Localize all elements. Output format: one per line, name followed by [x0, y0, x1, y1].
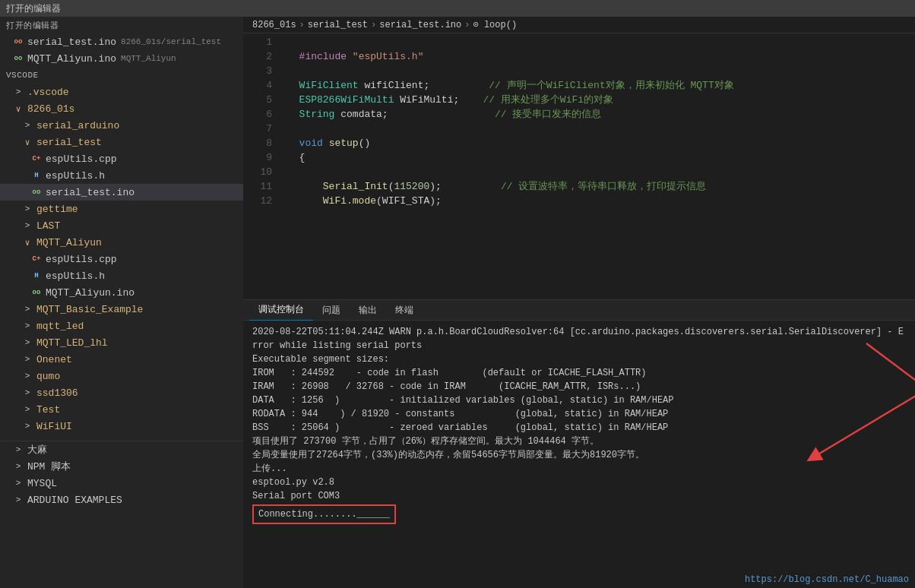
- file-icon: oo: [30, 289, 43, 296]
- chevron-right-icon: >: [21, 338, 33, 347]
- code-line: Serial_Init(115200); // 设置波特率，等待串口释放，打印提…: [287, 179, 915, 194]
- sidebar-bottom-item[interactable]: >大麻: [0, 441, 243, 458]
- sidebar-item[interactable]: >WiFiUI: [0, 418, 243, 435]
- code-line: WiFi.mode(WIFI_STA);: [287, 194, 915, 208]
- sidebar-item-label: serial_arduino: [36, 120, 119, 131]
- chevron-right-icon: >: [12, 479, 24, 488]
- sidebar-item[interactable]: >MQTT_LED_lhl: [0, 334, 243, 351]
- terminal-panel: 调试控制台 问题 输出 终端 2020-08-22T05:11:04.244Z …: [243, 299, 915, 588]
- sidebar-bottom-item[interactable]: >MYSQL: [0, 475, 243, 492]
- sidebar-item[interactable]: >MQTT_Basic_Example: [0, 301, 243, 318]
- sidebar-item[interactable]: C+espUtils.cpp: [0, 150, 243, 167]
- line-number: 10: [243, 165, 272, 179]
- chevron-right-icon: >: [12, 445, 24, 454]
- chevron-right-icon: >: [12, 87, 24, 96]
- chevron-right-icon: >: [21, 422, 33, 431]
- tab-terminal[interactable]: 终端: [386, 300, 423, 321]
- sidebar-item-label: WiFiUI: [36, 421, 72, 432]
- chevron-down-icon: ∨: [12, 104, 24, 114]
- line-number: 11: [243, 179, 272, 194]
- breadcrumb-part: serial_test: [308, 20, 368, 30]
- sidebar-item-label: MQTT_Aliyun.ino: [27, 53, 116, 65]
- chevron-right-icon: >: [21, 388, 33, 397]
- sidebar-item-label: espUtils.cpp: [46, 254, 117, 265]
- terminal-line: esptool.py v2.8: [252, 476, 906, 489]
- sidebar-item[interactable]: >Test: [0, 401, 243, 418]
- chevron-down-icon: ∨: [21, 138, 33, 147]
- terminal-line: RODATA : 944 ) / 81920 - constants (glob…: [252, 407, 906, 421]
- line-number: 8: [243, 136, 272, 150]
- chevron-right-icon: >: [21, 355, 33, 364]
- sidebar-item[interactable]: ooserial_test.ino8266_01s/serial_test: [0, 33, 243, 50]
- terminal-line: 项目使用了 273700 字节，占用了（26%）程序存储空间。最大为 10444…: [252, 435, 906, 448]
- file-icon: C+: [30, 155, 43, 163]
- sidebar-item[interactable]: ∨MQTT_Aliyun: [0, 234, 243, 251]
- tab-output[interactable]: 输出: [350, 300, 386, 321]
- sidebar-item[interactable]: >LAST: [0, 217, 243, 234]
- sidebar-item[interactable]: ooMQTT_Aliyun.ino: [0, 284, 243, 301]
- code-line: [287, 165, 915, 179]
- code-line: #include "espUtils.h": [287, 49, 915, 64]
- line-number: 1: [243, 35, 272, 49]
- code-line: ESP8266WiFiMulti WiFiMulti; // 用来处理多个WiF…: [287, 93, 915, 107]
- chevron-right-icon: >: [12, 462, 24, 471]
- breadcrumb-part: serial_test.ino: [379, 20, 461, 30]
- sidebar-item-label: .vscode: [27, 87, 69, 98]
- code-line: [287, 35, 915, 49]
- line-number: 12: [243, 194, 272, 208]
- sidebar-item[interactable]: HespUtils.h: [0, 267, 243, 284]
- code-content[interactable]: #include "espUtils.h" WiFiClient wifiCli…: [281, 33, 915, 299]
- chevron-right-icon: >: [21, 405, 33, 414]
- chevron-right-icon: >: [21, 305, 33, 314]
- sidebar-item[interactable]: ∨8266_01s: [0, 100, 243, 117]
- sidebar-item[interactable]: >qumo: [0, 368, 243, 384]
- sidebar-item-label: Test: [36, 404, 60, 416]
- terminal-line: 2020-08-22T05:11:04.244Z WARN p.a.h.Boar…: [252, 325, 906, 352]
- main-layout: 打开的编辑器ooserial_test.ino8266_01s/serial_t…: [0, 17, 915, 588]
- code-line: [287, 122, 915, 136]
- code-line: [287, 64, 915, 78]
- terminal-line: Serial port COM3: [252, 489, 906, 503]
- terminal-content[interactable]: 2020-08-22T05:11:04.244Z WARN p.a.h.Boar…: [243, 321, 915, 588]
- sidebar-item-label: Onenet: [36, 354, 72, 365]
- sidebar-item-label: serial_test: [36, 137, 102, 148]
- sidebar-item[interactable]: HespUtils.h: [0, 167, 243, 184]
- line-number: 5: [243, 93, 272, 107]
- terminal-line: Executable segment sizes:: [252, 352, 906, 366]
- terminal-line: IRAM : 26908 / 32768 - code in IRAM (ICA…: [252, 380, 906, 394]
- sidebar-item[interactable]: C+espUtils.cpp: [0, 251, 243, 267]
- sidebar-item-label: ssd1306: [36, 387, 78, 399]
- line-number: 9: [243, 150, 272, 165]
- sidebar-item[interactable]: >mqtt_led: [0, 318, 243, 334]
- sidebar-item-label: MQTT_Basic_Example: [36, 304, 143, 315]
- sidebar-bottom-label: NPM 脚本: [27, 460, 71, 473]
- sidebar[interactable]: 打开的编辑器ooserial_test.ino8266_01s/serial_t…: [0, 17, 243, 588]
- sidebar-item-label: espUtils.h: [46, 270, 105, 282]
- sidebar-bottom-item[interactable]: >NPM 脚本: [0, 458, 243, 475]
- file-icon: oo: [30, 188, 43, 196]
- chevron-right-icon: >: [21, 121, 33, 130]
- connecting-text: Connecting........______: [258, 509, 390, 520]
- tab-debug-console[interactable]: 调试控制台: [249, 300, 313, 321]
- tab-problems[interactable]: 问题: [313, 300, 350, 321]
- line-number: 2: [243, 49, 272, 64]
- sidebar-item[interactable]: ooserial_test.ino: [0, 184, 243, 201]
- sidebar-item-label: 8266_01s: [27, 103, 74, 115]
- file-icon: oo: [12, 55, 24, 62]
- sidebar-item[interactable]: ooMQTT_Aliyun.inoMQTT_Aliyun: [0, 50, 243, 67]
- sidebar-item[interactable]: >ssd1306: [0, 384, 243, 401]
- code-editor[interactable]: 123456789101112 #include "espUtils.h" Wi…: [243, 33, 915, 299]
- terminal-line: DATA : 1256 ) - initialized variables (g…: [252, 394, 906, 407]
- sidebar-item[interactable]: >gettime: [0, 201, 243, 217]
- sidebar-item[interactable]: >Onenet: [0, 351, 243, 368]
- sidebar-bottom-item[interactable]: >ARDUINO EXAMPLES: [0, 492, 243, 508]
- bottom-link[interactable]: https://blog.csdn.net/C_huamao: [745, 574, 909, 585]
- sidebar-item[interactable]: ∨serial_test: [0, 134, 243, 150]
- code-line: String comdata; // 接受串口发来的信息: [287, 107, 915, 122]
- sidebar-item[interactable]: >.vscode: [0, 84, 243, 100]
- file-icon: H: [30, 272, 43, 280]
- sidebar-item-label: mqtt_led: [36, 321, 84, 332]
- sidebar-section-vscode: VSCODE: [0, 67, 243, 84]
- sidebar-item[interactable]: >serial_arduino: [0, 117, 243, 134]
- line-number: 6: [243, 107, 272, 122]
